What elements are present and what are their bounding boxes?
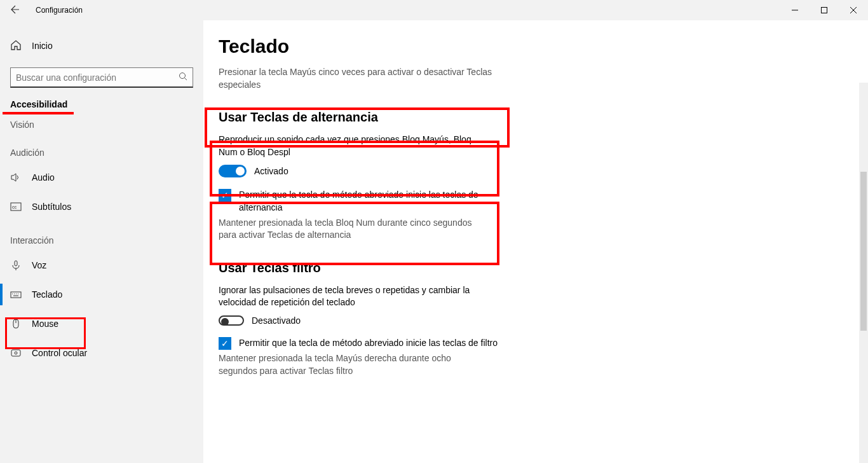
home-label: Inicio [32, 41, 53, 51]
search-input[interactable] [16, 73, 179, 83]
mic-icon [10, 259, 22, 271]
sidebar-item-label: Audio [32, 172, 55, 183]
svg-rect-1 [822, 8, 827, 13]
toggle-keys-desc: Reproducir un sonido cada vez que presio… [219, 134, 492, 158]
speaker-icon [10, 172, 22, 183]
cc-icon: cc [10, 201, 22, 212]
filter-keys-state: Desactivado [252, 315, 301, 326]
toggle-keys-checkbox-hint: Mantener presionada la tecla Bloq Num du… [219, 217, 492, 242]
filter-keys-heading: Usar Teclas filtro [219, 261, 868, 275]
toggle-keys-heading: Usar Teclas de alternancia [219, 110, 868, 125]
svg-rect-9 [11, 292, 21, 298]
filter-keys-desc: Ignorar las pulsaciones de tecla breves … [219, 284, 492, 309]
svg-rect-17 [11, 350, 20, 356]
content-area: Teclado Presionar la tecla Mayús cinco v… [203, 20, 868, 463]
mouse-icon [10, 318, 22, 329]
group-accesibilidad: Accesibilidad [0, 99, 78, 109]
toggle-keys-checkbox-label: Permitir que la tecla de método abreviad… [239, 189, 505, 214]
svg-text:cc: cc [12, 205, 17, 209]
sidebar-item-label: Control ocular [32, 348, 87, 358]
keyboard-icon [10, 289, 22, 300]
sticky-keys-hint: Presionar la tecla Mayús cinco veces par… [219, 66, 505, 91]
sidebar: Inicio Accesibilidad Visión Audición Aud… [0, 20, 203, 463]
back-arrow-icon [10, 4, 20, 15]
back-button[interactable] [0, 4, 31, 17]
filter-keys-shortcut-checkbox[interactable]: ✓ [219, 337, 231, 350]
toggle-keys-shortcut-checkbox[interactable]: ✓ [219, 189, 231, 202]
section-audicion: Audición [0, 134, 203, 163]
sidebar-item-control-ocular[interactable]: Control ocular [0, 338, 203, 368]
titlebar: Configuración [0, 0, 868, 20]
svg-point-4 [180, 73, 186, 79]
sidebar-item-label: Voz [32, 260, 46, 270]
home-nav[interactable]: Inicio [0, 33, 203, 59]
sidebar-item-voz[interactable]: Voz [0, 251, 203, 280]
maximize-button[interactable] [810, 0, 839, 20]
svg-point-18 [15, 352, 17, 354]
page-title: Teclado [219, 20, 868, 66]
annotation-underline [3, 112, 74, 114]
sidebar-item-teclado[interactable]: Teclado [0, 280, 203, 309]
eye-icon [10, 347, 22, 359]
search-icon [179, 72, 187, 83]
home-icon [10, 39, 22, 53]
search-box[interactable] [10, 67, 193, 88]
filter-keys-checkbox-hint: Mantener presionada la tecla Mayús derec… [219, 352, 492, 377]
svg-rect-8 [15, 261, 17, 266]
svg-line-5 [185, 78, 187, 81]
scrollbar-thumb[interactable] [860, 172, 867, 331]
sidebar-item-label: Teclado [32, 289, 62, 300]
minimize-button[interactable] [780, 0, 810, 20]
close-button[interactable] [839, 0, 868, 20]
scrollbar[interactable] [859, 83, 868, 463]
window-controls [780, 0, 868, 20]
sidebar-item-label: Subtítulos [32, 202, 71, 212]
sidebar-item-subtitulos[interactable]: cc Subtítulos [0, 192, 203, 221]
filter-keys-switch[interactable] [219, 315, 244, 326]
app-title: Configuración [31, 6, 83, 15]
toggle-keys-state: Activado [254, 166, 288, 176]
toggle-keys-switch[interactable] [219, 165, 247, 177]
sidebar-item-mouse[interactable]: Mouse [0, 309, 203, 338]
section-interaccion: Interacción [0, 221, 203, 251]
subgroup-vision: Visión [0, 113, 203, 134]
sidebar-item-audio[interactable]: Audio [0, 163, 203, 192]
sidebar-item-label: Mouse [32, 319, 58, 329]
filter-keys-checkbox-label: Permitir que la tecla de método abreviad… [239, 337, 498, 350]
